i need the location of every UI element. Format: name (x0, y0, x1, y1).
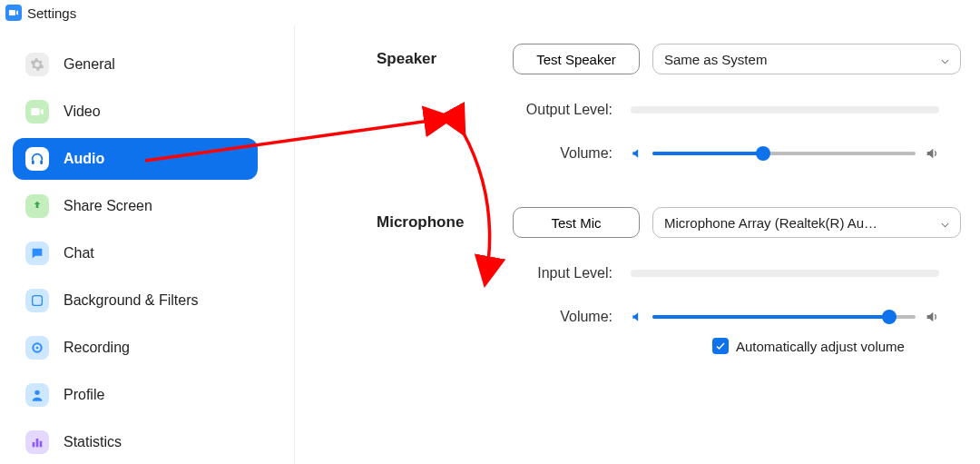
svg-rect-6 (33, 442, 35, 447)
svg-point-5 (34, 390, 39, 395)
chevron-down-icon: ⌵ (941, 51, 949, 67)
statistics-icon (25, 430, 49, 454)
microphone-volume-label: Volume: (377, 309, 631, 325)
svg-rect-2 (33, 296, 43, 306)
speaker-heading: Speaker (377, 50, 513, 68)
zoom-app-icon (5, 5, 22, 21)
input-level-label: Input Level: (377, 265, 631, 281)
volume-high-icon (925, 146, 939, 161)
speaker-device-select[interactable]: Same as System ⌵ (652, 44, 961, 74)
background-filters-icon (25, 289, 49, 312)
profile-icon (25, 383, 49, 407)
svg-rect-0 (32, 160, 34, 164)
sidebar-item-label: Chat (64, 245, 94, 262)
sidebar-item-video[interactable]: Video (13, 91, 258, 133)
title-bar: Settings (0, 0, 980, 25)
test-mic-button[interactable]: Test Mic (513, 207, 640, 238)
test-speaker-button[interactable]: Test Speaker (513, 44, 640, 74)
sidebar-item-label: Profile (64, 387, 104, 403)
svg-rect-1 (40, 160, 43, 164)
speaker-volume-label: Volume: (377, 145, 631, 162)
sidebar-item-label: Recording (64, 340, 130, 356)
sidebar-item-audio[interactable]: Audio (13, 138, 258, 180)
sidebar-item-label: Video (64, 104, 101, 120)
window-title: Settings (27, 5, 76, 21)
sidebar-item-general[interactable]: General (13, 44, 258, 85)
volume-low-icon (631, 147, 643, 160)
sidebar-item-label: Share Screen (64, 198, 152, 214)
recording-icon (25, 336, 49, 360)
share-screen-icon (25, 194, 49, 218)
audio-settings-panel: Speaker Test Speaker Same as System ⌵ Ou… (295, 25, 980, 464)
video-icon (25, 100, 49, 123)
sidebar-item-recording[interactable]: Recording (13, 327, 258, 369)
sidebar-item-statistics[interactable]: Statistics (13, 421, 258, 463)
sidebar-item-background-filters[interactable]: Background & Filters (13, 280, 258, 321)
sidebar-item-label: Background & Filters (64, 292, 199, 309)
input-level-meter (631, 270, 939, 277)
microphone-volume-slider[interactable] (652, 310, 916, 324)
volume-high-icon (925, 310, 939, 324)
speaker-device-value: Same as System (664, 52, 767, 67)
gear-icon (25, 53, 49, 76)
speaker-volume-slider[interactable] (652, 146, 916, 161)
settings-sidebar: General Video Audio Share Screen Chat (0, 25, 295, 464)
chevron-down-icon: ⌵ (941, 214, 949, 231)
svg-rect-8 (40, 441, 43, 448)
headphones-icon (25, 147, 49, 171)
svg-point-4 (36, 347, 39, 350)
sidebar-item-label: Audio (64, 151, 104, 167)
chat-icon (25, 242, 49, 265)
sidebar-item-label: Statistics (64, 434, 122, 450)
microphone-device-value: Microphone Array (Realtek(R) Au… (664, 215, 877, 231)
auto-adjust-volume-checkbox[interactable] (712, 338, 729, 354)
sidebar-item-profile[interactable]: Profile (13, 374, 258, 416)
output-level-meter (631, 106, 939, 114)
microphone-heading: Microphone (377, 213, 513, 232)
sidebar-item-label: General (64, 56, 115, 73)
volume-low-icon (631, 311, 643, 323)
output-level-label: Output Level: (377, 102, 631, 118)
svg-rect-7 (36, 439, 39, 447)
microphone-device-select[interactable]: Microphone Array (Realtek(R) Au… ⌵ (652, 207, 961, 238)
sidebar-item-share-screen[interactable]: Share Screen (13, 185, 258, 227)
sidebar-item-chat[interactable]: Chat (13, 232, 258, 274)
auto-adjust-volume-label: Automatically adjust volume (736, 339, 905, 354)
